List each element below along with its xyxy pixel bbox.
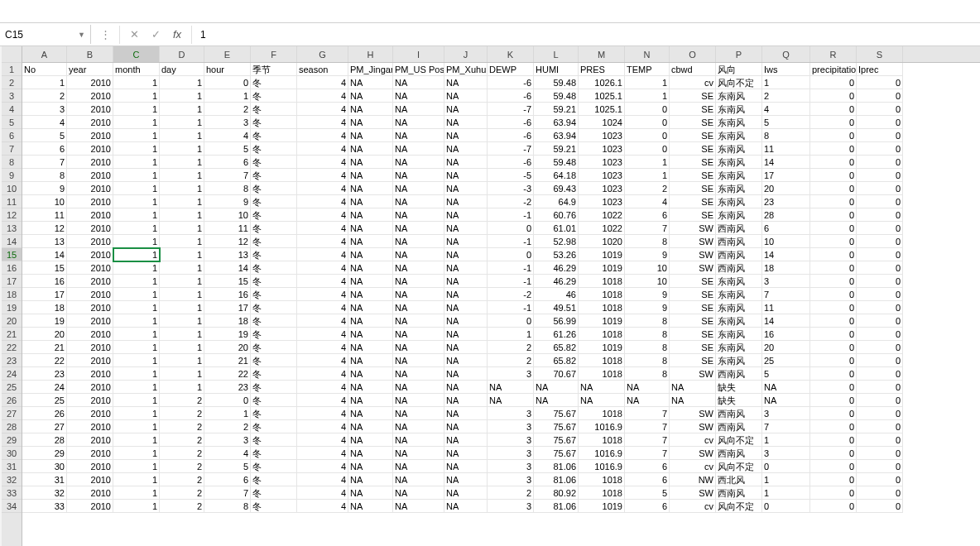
cell[interactable]: 1018 xyxy=(579,367,625,381)
cell[interactable]: 0 xyxy=(810,407,857,420)
cell[interactable]: 0 xyxy=(857,301,903,314)
cell[interactable]: 0 xyxy=(857,328,903,341)
cell[interactable]: NA xyxy=(393,182,444,195)
cell[interactable]: 25 xyxy=(22,394,67,407)
cell[interactable]: 东南风 xyxy=(716,314,762,328)
cell[interactable]: NA xyxy=(444,275,488,288)
cell[interactable]: NA xyxy=(393,433,444,447)
cell[interactable]: 1019 xyxy=(579,314,625,328)
cell[interactable]: 8 xyxy=(625,341,670,354)
select-all-corner[interactable] xyxy=(2,46,22,63)
cell[interactable]: 1019 xyxy=(579,261,625,275)
cell[interactable]: SE xyxy=(670,354,716,367)
cell[interactable]: NA xyxy=(444,129,488,142)
cell[interactable]: 4 xyxy=(297,433,348,447)
cell[interactable]: 4 xyxy=(297,341,348,354)
cell[interactable]: 2010 xyxy=(67,182,113,195)
cell[interactable]: NA xyxy=(348,473,393,486)
cell[interactable]: 16 xyxy=(204,288,251,301)
table-header-cell[interactable]: HUMI xyxy=(534,63,579,76)
cell[interactable]: NA xyxy=(444,76,488,89)
cell[interactable]: 4 xyxy=(204,447,251,460)
cell[interactable]: 冬 xyxy=(251,473,297,486)
cell[interactable]: 冬 xyxy=(251,89,297,103)
cell[interactable]: 东南风 xyxy=(716,129,762,142)
cell[interactable]: NA xyxy=(444,328,488,341)
cell[interactable]: 西南风 xyxy=(716,248,762,261)
cell[interactable]: 30 xyxy=(22,460,67,473)
cell[interactable]: 0 xyxy=(857,208,903,222)
cell[interactable]: 4 xyxy=(297,129,348,142)
cell[interactable]: 1022 xyxy=(579,208,625,222)
row-header[interactable]: 28 xyxy=(2,420,22,433)
cell[interactable]: 冬 xyxy=(251,420,297,433)
cell[interactable]: 6 xyxy=(204,473,251,486)
cell[interactable]: NA xyxy=(393,447,444,460)
table-header-cell[interactable]: PM_Jingan xyxy=(348,63,393,76)
cell[interactable]: NA xyxy=(348,156,393,169)
row-header[interactable]: 27 xyxy=(2,407,22,420)
cell[interactable]: SW xyxy=(670,261,716,275)
cell[interactable]: 冬 xyxy=(251,208,297,222)
cell[interactable]: 2010 xyxy=(67,222,113,235)
cell[interactable]: SE xyxy=(670,288,716,301)
cell[interactable]: 0 xyxy=(857,473,903,486)
cell[interactable]: 2 xyxy=(160,473,204,486)
cell[interactable]: 1 xyxy=(113,314,160,328)
cell[interactable]: 3 xyxy=(488,433,534,447)
cell[interactable]: cv xyxy=(670,460,716,473)
cell[interactable]: 1 xyxy=(113,275,160,288)
cell[interactable]: SE xyxy=(670,116,716,129)
cell[interactable]: 3 xyxy=(762,407,810,420)
cell[interactable]: 7 xyxy=(625,407,670,420)
cell[interactable]: NA xyxy=(348,433,393,447)
cell[interactable]: 1 xyxy=(625,89,670,103)
cell[interactable]: 0 xyxy=(857,222,903,235)
cell[interactable]: 1 xyxy=(113,301,160,314)
cell[interactable]: 5 xyxy=(762,367,810,381)
column-header[interactable]: H xyxy=(348,46,393,62)
cell[interactable]: NA xyxy=(444,195,488,208)
cell[interactable]: 0 xyxy=(857,367,903,381)
cell[interactable]: 1 xyxy=(762,473,810,486)
cell[interactable]: 1 xyxy=(113,89,160,103)
cell[interactable]: NA xyxy=(348,500,393,513)
cell[interactable]: 6 xyxy=(204,156,251,169)
cell[interactable]: NA xyxy=(444,169,488,182)
cell[interactable]: 0 xyxy=(857,460,903,473)
column-header[interactable]: A xyxy=(22,46,67,62)
cell[interactable]: 冬 xyxy=(251,76,297,89)
cell[interactable]: 1 xyxy=(113,328,160,341)
cell[interactable]: 1 xyxy=(113,341,160,354)
cell[interactable]: 1018 xyxy=(579,433,625,447)
cell[interactable]: 5 xyxy=(625,486,670,500)
cell[interactable]: 0 xyxy=(857,288,903,301)
cell[interactable]: 2010 xyxy=(67,394,113,407)
cell[interactable]: cv xyxy=(670,500,716,513)
table-header-cell[interactable]: PM_US Post xyxy=(393,63,444,76)
cell[interactable]: 冬 xyxy=(251,341,297,354)
cell[interactable]: 1 xyxy=(160,156,204,169)
cell[interactable]: 0 xyxy=(810,486,857,500)
cell[interactable]: NA xyxy=(444,381,488,394)
cell[interactable]: 东南风 xyxy=(716,89,762,103)
cell[interactable]: NA xyxy=(348,301,393,314)
cell[interactable]: 0 xyxy=(810,89,857,103)
cell[interactable]: NA xyxy=(393,473,444,486)
cell[interactable]: 冬 xyxy=(251,394,297,407)
cell[interactable]: NA xyxy=(444,208,488,222)
cell[interactable]: NA xyxy=(348,381,393,394)
cell[interactable]: 4 xyxy=(297,328,348,341)
cell[interactable]: NA xyxy=(444,500,488,513)
cell[interactable]: 0 xyxy=(857,381,903,394)
cell[interactable]: 1 xyxy=(113,142,160,156)
cell[interactable]: NA xyxy=(444,341,488,354)
cell[interactable]: 东南风 xyxy=(716,103,762,116)
cell[interactable]: 1 xyxy=(22,76,67,89)
cell[interactable]: 81.06 xyxy=(534,460,579,473)
cell[interactable]: 52.98 xyxy=(534,235,579,248)
cell[interactable]: 0 xyxy=(810,301,857,314)
cell[interactable]: 4 xyxy=(297,367,348,381)
cell[interactable]: 0 xyxy=(810,248,857,261)
row-header[interactable]: 10 xyxy=(2,182,22,195)
